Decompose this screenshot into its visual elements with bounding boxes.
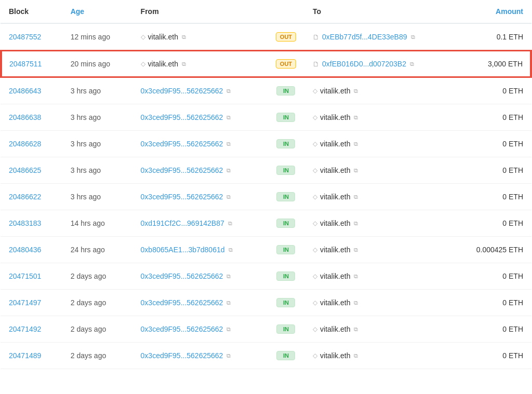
block-link[interactable]: 20486638	[9, 113, 41, 121]
to-name: vitalik.eth	[320, 113, 350, 121]
amount-cell: 0.1 ETH	[453, 23, 531, 50]
from-address-link[interactable]: 0x3ced9F95...562625662	[141, 166, 223, 174]
direction-cell: IN	[268, 210, 304, 237]
copy-from-icon[interactable]: ⧉	[227, 194, 231, 200]
block-link[interactable]: 20471489	[9, 351, 41, 360]
from-address-link[interactable]: 0x3ced9F95...562625662	[141, 272, 223, 280]
from-address-link[interactable]: 0x3ced9F95...562625662	[141, 140, 223, 148]
copy-to-icon[interactable]: ⧉	[354, 141, 358, 147]
copy-to-icon[interactable]: ⧉	[411, 34, 415, 40]
copy-to-icon[interactable]: ⧉	[354, 167, 358, 174]
doc-icon: 🗋	[313, 33, 320, 41]
from-address-link[interactable]: 0x3ced9F95...562625662	[141, 193, 223, 201]
copy-from-icon[interactable]: ⧉	[227, 300, 231, 306]
from-address-link[interactable]: 0xd191Cf2C...969142B87	[141, 219, 224, 227]
copy-from-icon[interactable]: ⧉	[227, 326, 231, 333]
diamond-icon: ◇	[313, 246, 317, 253]
from-cell: 0x3ced9F95...562625662⧉	[132, 131, 268, 157]
copy-to-icon[interactable]: ⧉	[354, 300, 358, 306]
col-age: Age	[62, 0, 132, 23]
direction-cell: IN	[268, 263, 304, 290]
to-address-link[interactable]: 0xEBb77d5f...4DE33eB89	[322, 33, 407, 41]
diamond-icon: ◇	[313, 140, 317, 147]
copy-to-icon[interactable]: ⧉	[354, 326, 358, 333]
copy-to-icon[interactable]: ⧉	[354, 114, 358, 121]
from-cell: 0xb8065AE1...3b7d8061d⧉	[132, 237, 268, 263]
amount-cell: 0 ETH	[453, 77, 531, 104]
block-cell: 20483183	[1, 210, 62, 237]
age-cell: 24 hrs ago	[62, 237, 132, 263]
from-cell: 0x3ced9F95...562625662⧉	[132, 290, 268, 316]
direction-badge: IN	[276, 192, 295, 201]
copy-from-icon[interactable]: ⧉	[227, 114, 231, 121]
copy-to-icon[interactable]: ⧉	[354, 352, 358, 359]
to-cell: ◇vitalik.eth⧉	[304, 290, 453, 316]
block-cell: 20486622	[1, 184, 62, 210]
from-address-link[interactable]: 0x3ced9F95...562625662	[141, 113, 223, 121]
amount-cell: 0 ETH	[453, 131, 531, 157]
direction-cell: IN	[268, 104, 304, 131]
from-cell: 0x3ced9F95...562625662⧉	[132, 263, 268, 290]
doc-icon: 🗋	[313, 60, 320, 68]
diamond-icon: ◇	[313, 220, 317, 227]
from-address-link[interactable]: 0x3ced9F95...562625662	[141, 325, 223, 333]
from-address-link[interactable]: 0xb8065AE1...3b7d8061d	[141, 246, 225, 254]
to-name: vitalik.eth	[320, 87, 350, 95]
copy-from-icon[interactable]: ⧉	[182, 61, 186, 67]
direction-cell: IN	[268, 237, 304, 263]
block-link[interactable]: 20487552	[9, 33, 41, 41]
table-row: 204714922 days ago0x3ced9F95...562625662…	[1, 316, 531, 343]
direction-badge: IN	[276, 245, 295, 254]
block-link[interactable]: 20471501	[9, 272, 41, 280]
diamond-icon: ◇	[313, 167, 317, 174]
copy-to-icon[interactable]: ⧉	[354, 194, 358, 200]
block-link[interactable]: 20471492	[9, 325, 41, 333]
to-cell: ◇vitalik.eth⧉	[304, 131, 453, 157]
copy-from-icon[interactable]: ⧉	[227, 88, 231, 94]
copy-to-icon[interactable]: ⧉	[354, 88, 358, 94]
block-cell: 20471501	[1, 263, 62, 290]
to-cell: ◇vitalik.eth⧉	[304, 343, 453, 369]
copy-from-icon[interactable]: ⧉	[228, 220, 232, 227]
copy-from-icon[interactable]: ⧉	[229, 247, 233, 253]
direction-badge: IN	[276, 86, 295, 96]
block-link[interactable]: 20483183	[9, 219, 41, 227]
copy-to-icon[interactable]: ⧉	[354, 273, 358, 280]
block-link[interactable]: 20480436	[9, 246, 41, 254]
block-cell: 20471492	[1, 316, 62, 343]
from-address-link[interactable]: 0x3ced9F95...562625662	[141, 87, 223, 95]
to-address-link[interactable]: 0xfEB016D0...d007203B2	[322, 60, 406, 68]
copy-to-icon[interactable]: ⧉	[354, 247, 358, 253]
diamond-icon: ◇	[313, 352, 317, 359]
block-link[interactable]: 20486628	[9, 140, 41, 148]
copy-from-icon[interactable]: ⧉	[227, 273, 231, 280]
from-cell: 0xd191Cf2C...969142B87⧉	[132, 210, 268, 237]
col-block: Block	[1, 0, 62, 23]
to-name: vitalik.eth	[320, 193, 350, 201]
block-cell: 20471497	[1, 290, 62, 316]
direction-cell: IN	[268, 184, 304, 210]
direction-badge: IN	[276, 271, 295, 281]
direction-cell: IN	[268, 290, 304, 316]
direction-badge: IN	[276, 139, 295, 148]
copy-from-icon[interactable]: ⧉	[227, 141, 231, 147]
amount-cell: 0 ETH	[453, 343, 531, 369]
block-link[interactable]: 20471497	[9, 298, 41, 307]
block-link[interactable]: 20486643	[9, 87, 41, 95]
from-address-link[interactable]: 0x3ced9F95...562625662	[141, 298, 223, 307]
copy-from-icon[interactable]: ⧉	[227, 167, 231, 174]
copy-to-icon[interactable]: ⧉	[410, 61, 414, 67]
copy-from-icon[interactable]: ⧉	[182, 34, 186, 40]
age-cell: 2 days ago	[62, 343, 132, 369]
age-cell: 3 hrs ago	[62, 131, 132, 157]
direction-badge: IN	[276, 298, 295, 307]
to-cell: ◇vitalik.eth⧉	[304, 263, 453, 290]
table-header: Block Age From To Amount	[1, 0, 531, 23]
block-link[interactable]: 20486622	[9, 193, 41, 201]
copy-from-icon[interactable]: ⧉	[227, 352, 231, 359]
from-address-link[interactable]: 0x3ced9F95...562625662	[141, 351, 223, 360]
block-link[interactable]: 20487511	[9, 60, 42, 68]
copy-to-icon[interactable]: ⧉	[354, 220, 358, 227]
block-link[interactable]: 20486625	[9, 166, 41, 174]
to-name: vitalik.eth	[320, 272, 350, 280]
